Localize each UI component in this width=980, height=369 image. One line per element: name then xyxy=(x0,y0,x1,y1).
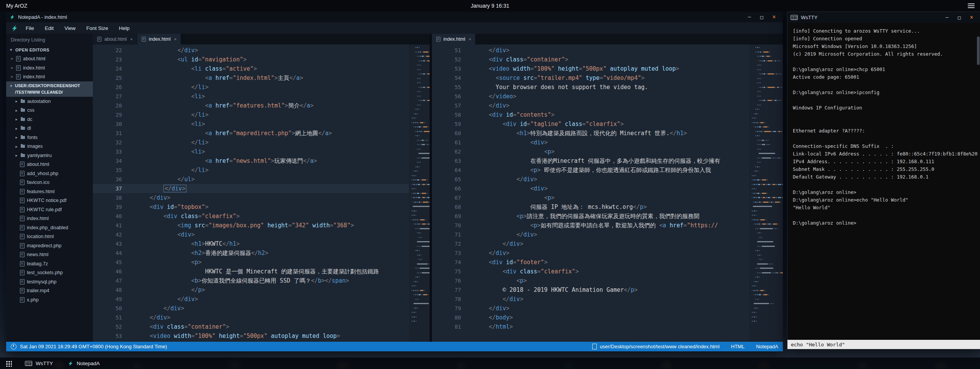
folder-item[interactable]: ▸fonts xyxy=(6,133,93,142)
minimap-token xyxy=(429,144,430,145)
minimap-token xyxy=(776,157,777,159)
code-text: </div> xyxy=(469,175,537,184)
terminal-input[interactable] xyxy=(787,340,980,349)
menu-help[interactable]: Help xyxy=(114,25,135,31)
minimap-left[interactable] xyxy=(409,45,430,342)
token xyxy=(202,65,205,72)
minimap-token xyxy=(415,215,416,216)
minimap-token xyxy=(760,69,761,70)
tab-index-html-right[interactable]: index.html × xyxy=(432,34,476,45)
tab-about-html[interactable]: about.html × xyxy=(93,34,137,45)
folder-item[interactable]: ▸images xyxy=(6,142,93,151)
close-icon[interactable]: × xyxy=(469,37,471,41)
close-icon[interactable]: × xyxy=(130,37,132,41)
aroz-home-label[interactable]: My ArOZ xyxy=(6,3,27,9)
token: 你知道我們全線伺服器已轉用 SSD 了嗎？ xyxy=(202,277,311,284)
close-icon[interactable]: × xyxy=(10,56,14,61)
minimize-icon[interactable]: ─ xyxy=(744,12,755,22)
close-icon[interactable]: × xyxy=(10,74,14,79)
workspace-root[interactable]: ▾ USER:/DESKTOP/SCREENSHOT /TEST/WWW CLE… xyxy=(6,81,93,97)
minimap-token xyxy=(752,290,753,291)
file-item[interactable]: features.html xyxy=(6,187,93,196)
token: </ xyxy=(163,305,170,312)
file-item[interactable]: HKWTC rule.pdf xyxy=(6,205,93,214)
minimap-line xyxy=(752,175,757,177)
file-item[interactable]: favicon.ico xyxy=(6,178,93,187)
menu-view[interactable]: View xyxy=(59,25,81,31)
selection-box: </div> xyxy=(163,185,186,192)
file-item[interactable]: index.php_disabled xyxy=(6,223,93,232)
minimap-token xyxy=(426,73,427,74)
menu-file[interactable]: File xyxy=(20,25,40,31)
minimap-token xyxy=(418,51,419,53)
file-item[interactable]: index.html xyxy=(6,214,93,223)
wstty-title-bar[interactable]: WsTTY ─ □ × xyxy=(787,12,980,23)
minimap-line xyxy=(412,175,417,177)
minimap-token xyxy=(757,193,759,194)
close-icon[interactable]: × xyxy=(966,13,977,22)
folder-item[interactable]: ▸css xyxy=(6,106,93,115)
minimap-token xyxy=(427,100,430,101)
minimap-token xyxy=(415,170,416,172)
menu-edit[interactable]: Edit xyxy=(40,25,59,31)
file-item[interactable]: teabag.7z xyxy=(6,259,93,268)
terminal-output[interactable]: [info] Conencting to arozos WsTTY servic… xyxy=(787,23,980,340)
tab-index-html[interactable]: index.html × xyxy=(137,34,181,45)
code-editor-right[interactable]: 51 </div>52 <div class="container">53 <v… xyxy=(432,45,749,342)
minimap-line xyxy=(412,219,427,221)
file-item[interactable]: HKWTC notice.pdf xyxy=(6,196,93,205)
file-item[interactable]: news.html xyxy=(6,250,93,260)
minimap-line xyxy=(413,202,430,203)
apps-grid-icon[interactable] xyxy=(5,360,12,367)
close-icon[interactable]: × xyxy=(174,37,176,41)
token: </ xyxy=(222,240,229,247)
menu-icon[interactable] xyxy=(968,3,975,8)
close-icon[interactable]: × xyxy=(768,12,780,22)
line-number: 73 xyxy=(432,248,469,258)
file-item[interactable]: location.html xyxy=(6,232,93,242)
code-line: 53 <video width="100%" height="500px" au… xyxy=(93,331,409,341)
code-editor-left[interactable]: 22 </div>23 <ul id="navigation">24 <li c… xyxy=(93,45,409,342)
minimap-token xyxy=(424,290,425,291)
menu-font-size[interactable]: Font Size xyxy=(81,25,114,31)
folder-item[interactable]: ▸autostation xyxy=(6,97,93,106)
minimap-token xyxy=(759,162,759,163)
token: div xyxy=(153,323,163,330)
taskbar-item-wstty[interactable]: WsTTY xyxy=(20,357,58,369)
wstty-window: WsTTY ─ □ × [info] Conencting to arozos … xyxy=(787,12,980,349)
open-editor-item[interactable]: ×about.html xyxy=(6,55,93,64)
file-item[interactable]: test_sockets.php xyxy=(6,268,93,278)
maximize-icon[interactable]: □ xyxy=(756,12,768,22)
scrollbar-thumb[interactable] xyxy=(977,36,980,65)
taskbar-item-notepada[interactable]: NotepadA xyxy=(62,357,105,369)
notepada-title-bar[interactable]: NotepadA - index.html ─ □ × xyxy=(6,12,783,22)
minimize-icon[interactable]: ─ xyxy=(941,13,953,22)
file-item[interactable]: trailer.mp4 xyxy=(6,286,93,296)
minimap-token xyxy=(759,47,760,48)
minimap-right[interactable] xyxy=(749,45,783,342)
file-item[interactable]: testmysql.php xyxy=(6,277,93,286)
folder-item[interactable]: ▸dl xyxy=(6,124,93,133)
open-editors-list: ×about.html×index.html×index.html xyxy=(6,55,93,82)
token: > xyxy=(565,56,568,63)
minimap-line xyxy=(415,135,420,137)
chevron-right-icon: ▸ xyxy=(15,117,18,121)
minimap-token xyxy=(759,290,759,291)
file-item[interactable]: add_vhost.php xyxy=(6,169,93,178)
file-item[interactable]: x.php xyxy=(6,295,93,304)
file-item[interactable]: about.html xyxy=(6,160,93,169)
token: li xyxy=(195,93,202,100)
open-editors-section[interactable]: ▾ OPEN EDITORS xyxy=(6,45,93,55)
folder-item[interactable]: ▸dc xyxy=(6,115,93,124)
folder-item[interactable]: ▸yamlyamlru xyxy=(6,151,93,160)
minimap-token xyxy=(760,272,761,273)
close-icon[interactable]: × xyxy=(10,66,14,70)
open-editor-item[interactable]: ×index.html xyxy=(6,73,93,82)
token: = xyxy=(229,130,233,137)
open-editor-item[interactable]: ×index.html xyxy=(6,63,93,73)
token xyxy=(562,121,565,127)
minimap-token xyxy=(756,215,756,216)
maximize-icon[interactable]: □ xyxy=(954,13,965,22)
minimap-line xyxy=(753,202,782,203)
file-item[interactable]: mapredirect.php xyxy=(6,241,93,250)
